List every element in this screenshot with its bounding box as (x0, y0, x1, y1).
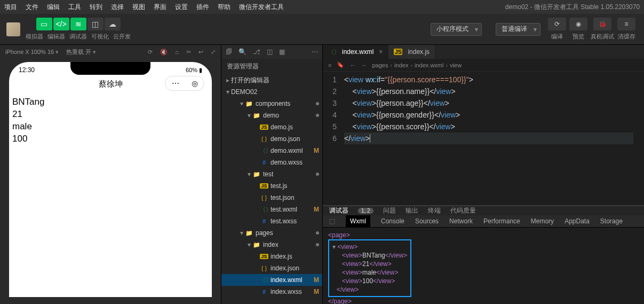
crumb-item[interactable]: pages (372, 62, 388, 68)
crumb-item[interactable]: index (388, 62, 408, 68)
capsule-close-icon[interactable]: ◎ (192, 79, 198, 88)
mode-select[interactable]: 小程序模式 (431, 23, 482, 36)
dbg-tab[interactable]: 终端 (428, 206, 441, 215)
menu-item[interactable]: 微信开发者工具 (239, 3, 284, 11)
dbg-tab[interactable]: 输出 (406, 206, 418, 215)
avatar[interactable] (6, 22, 20, 36)
search-icon[interactable]: 🔍 (238, 48, 247, 56)
tree-item[interactable]: JStest.js (221, 180, 322, 192)
app-content: BNTang 21 male 100 (9, 94, 212, 147)
tree-item[interactable]: JSdemo.js (221, 121, 322, 133)
capsule-menu-icon[interactable]: ⋯ (172, 79, 179, 88)
visual-button[interactable]: ◫ (88, 18, 104, 30)
close-icon[interactable]: × (379, 48, 383, 56)
tree-item[interactable]: ▾📁demo (221, 110, 322, 121)
section-project[interactable]: ▾DEMO02 (221, 86, 322, 98)
devtools-tab[interactable]: Wxml (346, 215, 370, 227)
inspector-node[interactable]: <view>BNTang</view> (342, 251, 407, 260)
inspector-node[interactable]: <view>21</view> (342, 260, 407, 268)
tree-item[interactable]: 〈〉demo.wxmlM (221, 145, 322, 157)
hotreload-select[interactable]: 热重载 开 (66, 48, 96, 56)
device-select[interactable]: iPhone X 100% 16 (5, 49, 59, 56)
nav-back-icon[interactable]: ← (349, 62, 355, 68)
editor-button[interactable]: </> (53, 18, 69, 30)
branch-icon[interactable]: ⎇ (253, 48, 260, 56)
dbg-tab[interactable]: 1, 2 (358, 208, 373, 214)
menu-item[interactable]: 帮助 (218, 3, 230, 11)
menu-item[interactable]: 转到 (90, 3, 102, 11)
tree-item[interactable]: ▾📁index (221, 239, 322, 251)
devtools-tab[interactable]: Console (381, 217, 404, 225)
minimap[interactable] (633, 72, 644, 205)
menu-item[interactable]: 选择 (111, 3, 124, 11)
menu-item[interactable]: 插件 (196, 3, 209, 11)
tree-item[interactable]: #test.wxss (221, 215, 322, 227)
inspector-node[interactable]: <view>100</view> (342, 277, 407, 285)
devtools-tab[interactable]: Sources (415, 217, 439, 225)
menu-item[interactable]: 编辑 (47, 3, 60, 11)
code-editor[interactable]: 123456 <view wx:if="{{person.score===100… (323, 72, 644, 205)
devtools-tab[interactable]: Storage (600, 217, 623, 225)
tree-item[interactable]: ▾📁components (221, 98, 322, 110)
menu-item[interactable]: 设置 (175, 3, 188, 11)
dbg-tab[interactable]: 调试器 (329, 206, 348, 215)
tree-item[interactable]: 〈〉test.wxmlM (221, 204, 322, 215)
editor-tab[interactable]: JSindex.js (388, 45, 435, 59)
nav-fwd-icon[interactable]: → (361, 62, 367, 68)
ext-icon[interactable]: ▦ (279, 48, 285, 56)
crumb-item[interactable]: index.wxml (408, 62, 443, 68)
debugger-button[interactable]: ≋ (70, 18, 86, 30)
dbg-tab[interactable]: 代码质量 (450, 206, 476, 215)
compile-button[interactable]: ⟳ (548, 18, 566, 30)
tree-item[interactable]: ▾📁test (221, 168, 322, 180)
inspect-icon[interactable]: ⬚ (329, 217, 335, 225)
inspector-node[interactable]: <view>male</view> (342, 268, 407, 277)
preview-button[interactable]: ◉ (569, 18, 587, 30)
debugger-tabs-primary: 调试器1, 2问题输出终端代码质量 (323, 206, 644, 215)
menu-item[interactable]: 视图 (132, 3, 145, 11)
box-icon[interactable]: ◫ (267, 48, 273, 56)
explorer-title: 资源管理器 (221, 59, 322, 74)
toolbar-left-group: ▭ </> ≋ ◫ ☁ 模拟器 编辑器 调试器 可视化 云开发 (26, 18, 131, 41)
menu-item[interactable]: 文件 (26, 3, 38, 11)
mute-icon[interactable]: 🔇 (160, 49, 168, 56)
tree-item[interactable]: JSindex.js (221, 251, 322, 262)
tree-item[interactable]: #index.wxssM (221, 286, 322, 298)
tree-item[interactable]: { }demo.json (221, 133, 322, 145)
crumb-item[interactable]: view (443, 62, 462, 68)
debugger-tabs-secondary: ⬚ WxmlConsoleSourcesNetworkPerformanceMe… (323, 215, 644, 228)
dbg-tab[interactable]: 问题 (383, 206, 396, 215)
devtools-tab[interactable]: Network (449, 217, 473, 225)
toolbar: ▭ </> ≋ ◫ ☁ 模拟器 编辑器 调试器 可视化 云开发 小程序模式 普通… (0, 14, 644, 45)
devtools-tab[interactable]: AppData (565, 217, 590, 225)
editor-tabs: 〈〉index.wxml×JSindex.js (323, 45, 644, 59)
back-icon[interactable]: ↩ (198, 49, 203, 56)
files-icon[interactable]: 🗐 (226, 48, 232, 56)
section-open-editors[interactable]: ▸打开的编辑器 (221, 74, 322, 86)
menu-item[interactable]: 界面 (154, 3, 166, 11)
list-icon[interactable]: ≡ (328, 62, 331, 68)
remote-debug-button[interactable]: 🐞 (593, 18, 611, 30)
more-icon[interactable]: ⋯ (312, 48, 318, 56)
wxml-inspector[interactable]: <page> ▾ <view> <view>BNTang</view><view… (323, 228, 644, 304)
expand-icon[interactable]: ⤢ (211, 49, 216, 56)
home-icon[interactable]: ⌂ (175, 49, 179, 56)
clear-cache-button[interactable]: ≡ (617, 18, 635, 30)
menu-item[interactable]: 工具 (68, 3, 81, 11)
devtools-tab[interactable]: Performance (483, 217, 520, 225)
tree-item[interactable]: { }test.json (221, 192, 322, 204)
refresh-icon[interactable]: ⟳ (148, 49, 153, 56)
tree-item[interactable]: ▾📁pages (221, 227, 322, 239)
cut-icon[interactable]: ✂ (186, 49, 191, 56)
tree-item[interactable]: #demo.wxss (221, 157, 322, 168)
capsule[interactable]: ⋯◎ (165, 76, 204, 91)
menu-item[interactable]: 项目 (4, 3, 17, 11)
cloud-button[interactable]: ☁ (105, 18, 121, 30)
devtools-tab[interactable]: Memory (531, 217, 554, 225)
bookmark-icon[interactable]: 🔖 (337, 61, 344, 68)
compile-select[interactable]: 普通编译 (496, 23, 540, 36)
simulator-button[interactable]: ▭ (36, 18, 52, 30)
editor-tab[interactable]: 〈〉index.wxml× (323, 45, 388, 59)
tree-item[interactable]: { }index.json (221, 262, 322, 274)
tree-item[interactable]: 〈〉index.wxmlM (221, 274, 322, 286)
